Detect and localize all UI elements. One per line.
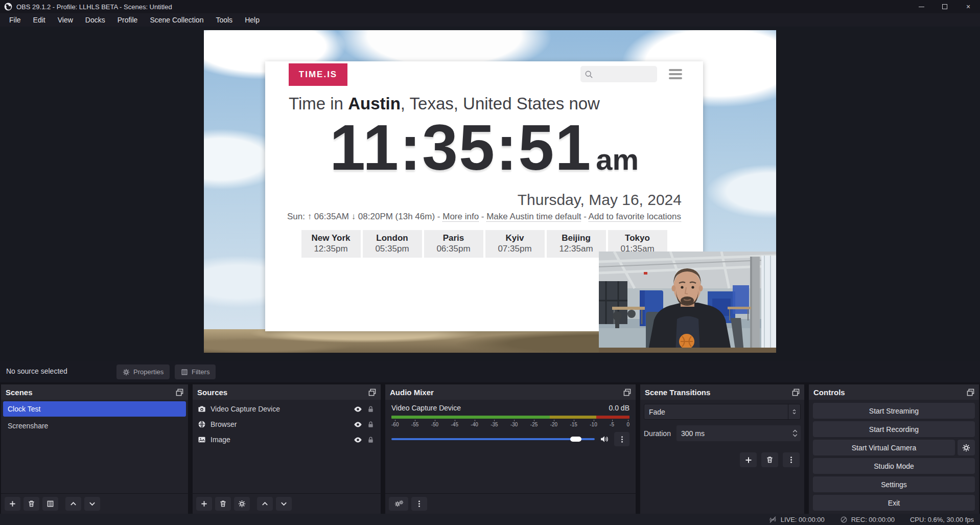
scene-move-up-button[interactable]	[65, 497, 81, 511]
close-button[interactable]: ×	[956, 0, 980, 13]
separator: -	[581, 212, 588, 221]
settings-button[interactable]: Settings	[813, 476, 975, 492]
transitions-body: Fade Duration 300 ms	[640, 400, 804, 514]
kebab-icon	[787, 456, 795, 464]
scale-tick: -10	[590, 420, 597, 427]
city-name: Tokyo	[608, 233, 667, 243]
menu-profile[interactable]: Profile	[111, 13, 144, 27]
scene-filters-button[interactable]	[42, 497, 58, 511]
exit-button[interactable]: Exit	[813, 495, 975, 511]
controls-body: Start Streaming Start Recording Start Vi…	[809, 400, 979, 514]
virtual-camera-settings-button[interactable]	[958, 440, 975, 455]
separator: -	[479, 212, 486, 221]
cpu-fps-stats: CPU: 0.6%, 30.00 fps	[910, 516, 974, 523]
maximize-icon	[942, 4, 947, 9]
city-box-kyiv: Kyiv07:35pm	[485, 230, 545, 258]
window-controls: ×	[909, 0, 980, 13]
city-name: Paris	[424, 233, 483, 243]
menu-help[interactable]: Help	[239, 13, 266, 27]
popout-icon[interactable]	[967, 389, 974, 396]
preview-canvas[interactable]: TIME.IS Time in Austin, Texas, United St…	[204, 30, 776, 353]
add-transition-button[interactable]	[740, 452, 757, 467]
scale-tick: -35	[491, 420, 498, 427]
add-scene-button[interactable]	[5, 497, 20, 511]
popout-icon[interactable]	[176, 389, 183, 396]
popout-icon[interactable]	[623, 389, 631, 396]
scale-tick: 0	[626, 420, 629, 427]
record-inactive-icon	[840, 516, 848, 523]
trash-icon	[219, 500, 227, 508]
source-status-text: No source selected	[6, 367, 67, 375]
spinner-arrows-icon	[791, 408, 798, 415]
search-icon	[585, 70, 593, 79]
mixer-channel-options-button[interactable]	[614, 432, 629, 446]
visibility-eye-icon[interactable]	[354, 420, 362, 429]
scenes-dock: Scenes Clock Test Screenshare	[1, 384, 188, 514]
filter-icon	[181, 369, 188, 376]
source-item-video-capture[interactable]: Video Capture Device	[193, 401, 381, 417]
scene-item-clock-test[interactable]: Clock Test	[3, 401, 186, 417]
scale-tick: -15	[570, 420, 577, 427]
start-virtual-camera-button[interactable]: Start Virtual Camera	[813, 440, 955, 455]
studio-mode-button[interactable]: Studio Mode	[813, 458, 975, 474]
sources-list: Video Capture Device Browser Image	[193, 400, 381, 493]
source-item-image[interactable]: Image	[193, 432, 381, 447]
remove-transition-button[interactable]	[761, 452, 778, 467]
volume-meter	[391, 416, 629, 419]
transitions-dock-title: Scene Transitions	[645, 388, 710, 397]
menu-view[interactable]: View	[52, 13, 79, 27]
add-source-button[interactable]	[196, 497, 212, 511]
source-item-browser[interactable]: Browser	[193, 417, 381, 432]
window-title: OBS 29.1.2 - Profile: LLHLS BETA - Scene…	[16, 3, 172, 11]
transition-options-button[interactable]	[783, 452, 800, 467]
start-recording-button[interactable]: Start Recording	[813, 421, 975, 437]
visibility-eye-icon[interactable]	[354, 436, 362, 444]
duration-input[interactable]: 300 ms	[676, 425, 801, 441]
minimize-button[interactable]	[909, 0, 933, 13]
menu-file[interactable]: File	[3, 13, 27, 27]
volume-slider[interactable]	[391, 438, 595, 440]
transition-select[interactable]: Fade	[644, 404, 801, 420]
remove-scene-button[interactable]	[24, 497, 39, 511]
live-status: LIVE: 00:00:00	[768, 515, 825, 524]
speaker-mute-icon[interactable]	[600, 435, 609, 444]
scale-tick: -5	[610, 420, 614, 427]
maximize-button[interactable]	[933, 0, 956, 13]
source-move-up-button[interactable]	[257, 497, 273, 511]
volume-slider-handle[interactable]	[570, 437, 581, 442]
select-spinner[interactable]	[788, 404, 800, 419]
scene-label: Clock Test	[8, 405, 40, 413]
lock-icon[interactable]	[367, 405, 375, 413]
properties-button[interactable]: Properties	[116, 364, 170, 379]
remove-source-button[interactable]	[215, 497, 231, 511]
mixer-options-button[interactable]	[411, 497, 427, 511]
advanced-audio-button[interactable]	[389, 497, 408, 511]
popout-icon[interactable]	[368, 389, 376, 396]
gear-pair-icon	[393, 500, 404, 508]
duration-steppers[interactable]	[789, 429, 801, 438]
lock-icon[interactable]	[367, 436, 375, 444]
source-move-down-button[interactable]	[276, 497, 292, 511]
sun-times: Sun: ↑ 06:35AM ↓ 08:20PM (13h 46m) -	[287, 212, 442, 221]
menu-scene-collection[interactable]: Scene Collection	[144, 13, 209, 27]
scale-tick: -40	[471, 420, 478, 427]
visibility-eye-icon[interactable]	[354, 405, 362, 414]
timeis-sun-line: Sun: ↑ 06:35AM ↓ 08:20PM (13h 46m) - Mor…	[265, 212, 703, 222]
source-properties-button[interactable]	[234, 497, 250, 511]
popout-icon[interactable]	[792, 389, 800, 396]
start-streaming-button[interactable]: Start Streaming	[813, 403, 975, 419]
menu-tools[interactable]: Tools	[209, 13, 239, 27]
scene-item-screenshare[interactable]: Screenshare	[3, 418, 186, 433]
sources-dock-title: Sources	[197, 388, 227, 397]
gear-icon	[962, 444, 970, 452]
duration-value: 300 ms	[676, 429, 789, 438]
add-favorite-link: Add to favorite locations	[589, 212, 681, 222]
webcam-source-overlay[interactable]	[599, 252, 776, 353]
transition-selected-value: Fade	[644, 408, 788, 416]
menu-docks[interactable]: Docks	[79, 13, 111, 27]
lock-icon[interactable]	[367, 421, 375, 428]
menu-edit[interactable]: Edit	[27, 13, 52, 27]
status-bar: LIVE: 00:00:00 REC: 00:00:00 CPU: 0.6%, …	[0, 514, 980, 525]
scene-move-down-button[interactable]	[84, 497, 100, 511]
filters-button[interactable]: Filters	[175, 364, 216, 379]
